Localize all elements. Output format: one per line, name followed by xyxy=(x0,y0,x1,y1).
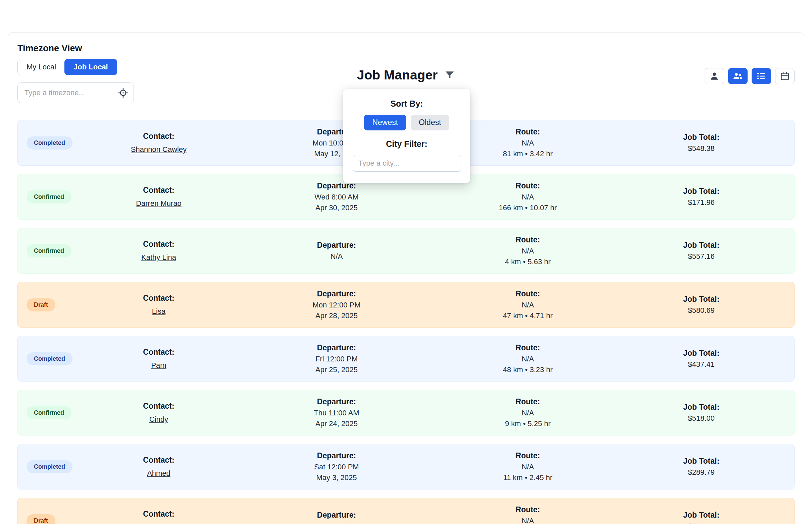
route-cell: Route: N/A 166 km • 10.07 hr xyxy=(447,180,608,213)
departure-label: Departure: xyxy=(226,396,447,407)
job-total-value: $171.96 xyxy=(608,197,794,208)
view-switcher xyxy=(705,68,795,84)
contact-link[interactable]: Cindy xyxy=(149,414,168,425)
contact-label: Contact: xyxy=(92,509,226,520)
contact-link[interactable]: Pam xyxy=(151,360,166,371)
job-total-label: Job Total: xyxy=(608,456,794,467)
filter-popover: Sort By: Newest Oldest City Filter: xyxy=(343,89,470,183)
route-cell: Route: N/A 4 km • 5.63 hr xyxy=(447,234,608,267)
job-total-cell: Job Total: $518.00 xyxy=(608,402,794,423)
status-badge: Confirmed xyxy=(27,244,71,258)
contact-cell: Contact: Sydney xyxy=(92,509,226,524)
contact-cell: Contact: Kathy Lina xyxy=(92,239,226,262)
departure-cell: Departure: Thu 11:00 AM Apr 24, 2025 xyxy=(226,396,447,429)
contact-cell: Contact: Cindy xyxy=(92,400,226,424)
status-badge: Completed xyxy=(27,136,73,149)
job-total-cell: Job Total: $580.69 xyxy=(608,294,794,315)
locate-icon[interactable] xyxy=(118,87,128,98)
route-label: Route: xyxy=(447,450,608,461)
contact-label: Contact: xyxy=(92,185,226,196)
departure-time: Mon 11:00 PM xyxy=(226,521,447,524)
job-total-label: Job Total: xyxy=(608,510,794,521)
contact-link[interactable]: Sydney xyxy=(146,522,171,524)
filter-icon[interactable] xyxy=(444,70,455,80)
departure-time: Fri 12:00 PM xyxy=(226,354,447,364)
city-filter-label: City Filter: xyxy=(353,139,461,149)
job-total-cell: Job Total: $171.96 xyxy=(608,186,794,208)
status-badge: Confirmed xyxy=(27,191,71,203)
status-badge: Completed xyxy=(27,460,73,473)
route-label: Route: xyxy=(447,504,608,515)
job-local-toggle[interactable]: Job Local xyxy=(64,59,117,75)
job-total-value: $437.41 xyxy=(608,359,794,370)
contact-cell: Contact: Lisa xyxy=(92,293,226,316)
job-card: Draft Contact: Lisa Departure: Mon 12:00… xyxy=(17,282,795,328)
sort-newest-button[interactable]: Newest xyxy=(364,115,406,130)
list-view-button[interactable] xyxy=(752,68,771,84)
route-value: N/A xyxy=(447,462,608,472)
timezone-input[interactable] xyxy=(17,82,134,103)
route-detail: 47 km • 4.71 hr xyxy=(447,310,608,321)
timezone-toggle-group: My Local Job Local xyxy=(17,59,795,75)
main-panel: Timezone View My Local Job Local Job Man… xyxy=(8,32,804,524)
route-cell: Route: N/A 81 km • 3.42 hr xyxy=(447,126,608,159)
timezone-input-wrap xyxy=(17,82,134,103)
route-cell: Route: N/A 10 km • 2.67 hr xyxy=(447,504,608,524)
person-view-button[interactable] xyxy=(705,68,724,84)
route-value: N/A xyxy=(447,246,608,257)
contact-label: Contact: xyxy=(92,293,226,304)
contact-link[interactable]: Darren Murao xyxy=(136,198,181,209)
route-label: Route: xyxy=(447,396,608,407)
status-badge: Draft xyxy=(27,514,55,524)
contact-link[interactable]: Shannon Cawley xyxy=(131,144,187,155)
departure-date: May 3, 2025 xyxy=(226,472,447,483)
route-cell: Route: N/A 47 km • 4.71 hr xyxy=(447,288,608,321)
departure-label: Departure: xyxy=(226,450,447,461)
person-icon xyxy=(709,71,719,81)
route-cell: Route: N/A 9 km • 5.25 hr xyxy=(447,396,608,429)
job-total-cell: Job Total: $557.16 xyxy=(608,240,794,262)
contact-link[interactable]: Lisa xyxy=(152,306,165,317)
departure-date: Apr 30, 2025 xyxy=(226,202,447,213)
route-label: Route: xyxy=(447,342,608,353)
job-total-value: $245.39 xyxy=(608,521,794,524)
contact-label: Contact: xyxy=(92,400,226,412)
departure-date: Apr 25, 2025 xyxy=(226,364,447,375)
departure-date: Apr 24, 2025 xyxy=(226,419,447,429)
job-total-label: Job Total: xyxy=(608,402,794,413)
contact-link[interactable]: Ahmed xyxy=(147,468,171,479)
departure-time: Thu 11:00 AM xyxy=(226,408,447,419)
people-view-button[interactable] xyxy=(728,68,748,84)
contact-label: Contact: xyxy=(92,131,226,142)
contact-cell: Contact: Ahmed xyxy=(92,455,226,478)
sort-oldest-button[interactable]: Oldest xyxy=(411,115,449,130)
departure-date: Apr 28, 2025 xyxy=(226,310,447,321)
route-detail: 9 km • 5.25 hr xyxy=(447,419,608,429)
city-filter-input[interactable] xyxy=(353,155,461,171)
departure-label: Departure: xyxy=(226,288,447,299)
departure-cell: Departure: N/A xyxy=(226,240,447,262)
contact-link[interactable]: Kathy Lina xyxy=(141,252,176,263)
route-label: Route: xyxy=(447,126,608,137)
job-card: Completed Contact: Ahmed Departure: Sat … xyxy=(17,444,795,490)
route-label: Route: xyxy=(447,288,608,299)
my-local-toggle[interactable]: My Local xyxy=(17,59,65,75)
departure-cell: Departure: Mon 11:00 PM xyxy=(226,510,447,524)
departure-time: Mon 12:00 PM xyxy=(226,300,447,310)
route-value: N/A xyxy=(447,192,608,202)
route-value: N/A xyxy=(447,515,608,524)
contact-cell: Contact: Shannon Cawley xyxy=(92,131,226,154)
departure-time: Wed 8:00 AM xyxy=(226,192,447,202)
job-total-value: $518.00 xyxy=(608,413,794,424)
status-badge: Completed xyxy=(27,353,73,365)
job-total-value: $557.16 xyxy=(608,251,794,262)
departure-label: Departure: xyxy=(226,510,447,521)
route-label: Route: xyxy=(447,234,608,245)
list-icon xyxy=(756,71,766,81)
contact-label: Contact: xyxy=(92,455,226,466)
route-value: N/A xyxy=(447,408,608,419)
calendar-view-button[interactable] xyxy=(775,68,795,84)
job-total-value: $289.79 xyxy=(608,467,794,478)
timezone-view-title: Timezone View xyxy=(17,43,795,54)
departure-cell: Departure: Fri 12:00 PM Apr 25, 2025 xyxy=(226,342,447,375)
